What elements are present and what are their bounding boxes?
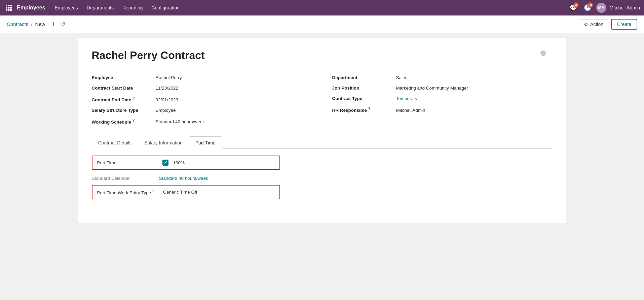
tab-part-time[interactable]: Part Time <box>189 136 222 149</box>
top-nav-menu: Employees Departments Reporting Configur… <box>50 3 566 12</box>
nav-item-employees[interactable]: Employees <box>50 3 82 12</box>
field-department-value[interactable]: Sales <box>396 75 408 80</box>
field-contract-start-label: Contract Start Date <box>92 86 156 91</box>
username-label[interactable]: Mitchell Admin <box>610 5 640 10</box>
field-contract-end: Contract End Date ? 02/01/2023 <box>92 93 312 105</box>
top-navigation: Employees Employees Departments Reportin… <box>0 0 644 15</box>
grid-menu-icon[interactable] <box>4 3 13 12</box>
field-job-position-value[interactable]: Marketing and Community Manager <box>396 86 468 91</box>
field-employee-value[interactable]: Rachel Perry <box>156 75 182 80</box>
breadcrumb-bar: Contracts / New ⬆ ↺ ⚙ Action Create <box>0 15 644 33</box>
field-salary-structure-value[interactable]: Employee <box>156 108 176 113</box>
field-working-schedule-label: Working Schedule ? <box>92 118 156 125</box>
tab-salary-information[interactable]: Salary Information <box>138 136 189 149</box>
svg-rect-5 <box>10 7 12 9</box>
fields-left-column: Employee Rachel Perry Contract Start Dat… <box>92 72 312 127</box>
svg-rect-2 <box>10 5 12 6</box>
work-entry-type-value[interactable]: Generic Time Off <box>163 190 197 195</box>
form-tabs: Contract Details Salary Information Part… <box>92 136 553 149</box>
clock-badge: 18 <box>587 2 593 8</box>
svg-rect-7 <box>8 9 10 11</box>
action-button[interactable]: ⚙ Action <box>579 19 608 29</box>
standard-calendar-value[interactable]: Standard 40 hours/week <box>159 176 208 181</box>
field-contract-type: Contract Type Temporary <box>332 93 553 104</box>
create-button[interactable]: Create <box>611 19 637 30</box>
standard-calendar-row: Standard Calendar Standard 40 hours/week <box>92 173 553 184</box>
field-contract-start-value[interactable]: 11/23/2022 <box>156 86 179 91</box>
avatar[interactable]: MA <box>596 3 606 13</box>
reset-icon[interactable]: ↺ <box>60 20 67 28</box>
form-fields-grid: Employee Rachel Perry Contract Start Dat… <box>92 72 553 127</box>
svg-rect-1 <box>8 5 10 6</box>
field-hr-responsible-label: HR Responsible ? <box>332 106 396 113</box>
help-icon-work-entry[interactable]: ? <box>152 189 154 193</box>
field-contract-type-value[interactable]: Temporary <box>396 96 418 101</box>
svg-rect-6 <box>6 9 7 11</box>
chat-icon-button[interactable]: 💬 4 <box>568 2 579 13</box>
form-card: Rachel Perry Contract Employee Rachel Pe… <box>78 38 566 223</box>
field-job-position-label: Job Position <box>332 86 396 91</box>
field-hr-responsible-value[interactable]: Mitchell Admin <box>396 108 425 113</box>
svg-rect-4 <box>8 7 10 9</box>
chat-badge: 4 <box>573 2 579 8</box>
help-icon-hr-responsible[interactable]: ? <box>368 106 371 110</box>
nav-item-configuration[interactable]: Configuration <box>148 3 184 12</box>
tab-contract-details[interactable]: Contract Details <box>92 136 138 149</box>
main-content-area: Rachel Perry Contract Employee Rachel Pe… <box>0 33 644 300</box>
gear-icon: ⚙ <box>584 22 588 27</box>
field-employee: Employee Rachel Perry <box>92 72 312 83</box>
standard-calendar-label: Standard Calendar <box>92 176 159 181</box>
field-salary-structure: Salary Structure Type Employee <box>92 105 312 115</box>
breadcrumb-actions: ⬆ ↺ <box>50 20 67 28</box>
top-nav-right: 💬 4 🕐 18 MA Mitchell Admin <box>568 2 640 13</box>
part-time-percent: 100% <box>173 160 185 165</box>
field-working-schedule: Working Schedule ? Standard 40 hours/wee… <box>92 115 312 127</box>
fields-right-column: Department Sales Job Position Marketing … <box>332 72 553 127</box>
breadcrumb-separator: / <box>31 21 32 27</box>
field-employee-label: Employee <box>92 75 156 80</box>
field-working-schedule-value[interactable]: Standard 40 hours/week <box>156 119 205 124</box>
tab-content-part-time: Part Time 100% Standard Calendar Standar… <box>92 149 553 209</box>
work-entry-type-row: Part Time Work Entry Type ? Generic Time… <box>92 185 280 199</box>
status-indicator <box>540 51 546 56</box>
help-icon-contract-end[interactable]: ? <box>132 96 135 100</box>
field-contract-end-value[interactable]: 02/01/2023 <box>156 97 179 102</box>
contract-title: Rachel Perry Contract <box>92 49 553 62</box>
svg-rect-8 <box>10 9 12 11</box>
field-department-label: Department <box>332 75 396 80</box>
field-contract-type-label: Contract Type <box>332 96 396 101</box>
field-department: Department Sales <box>332 72 553 83</box>
svg-rect-3 <box>6 7 7 9</box>
nav-item-departments[interactable]: Departments <box>83 3 118 12</box>
breadcrumb-current: New <box>35 21 45 27</box>
save-to-cloud-icon[interactable]: ⬆ <box>50 20 57 28</box>
nav-item-reporting[interactable]: Reporting <box>118 3 147 12</box>
work-entry-type-label: Part Time Work Entry Type ? <box>97 189 158 195</box>
part-time-checkbox[interactable] <box>162 160 168 166</box>
clock-icon-button[interactable]: 🕐 18 <box>582 2 593 13</box>
part-time-row: Part Time 100% <box>92 156 280 170</box>
app-brand[interactable]: Employees <box>17 5 45 11</box>
breadcrumb-parent[interactable]: Contracts <box>7 21 28 27</box>
breadcrumb-right-actions: ⚙ Action Create <box>579 19 637 30</box>
help-icon-working-schedule[interactable]: ? <box>132 118 135 122</box>
field-contract-end-label: Contract End Date ? <box>92 96 156 102</box>
field-salary-structure-label: Salary Structure Type <box>92 108 156 113</box>
field-hr-responsible: HR Responsible ? Mitchell Admin <box>332 104 553 115</box>
part-time-label: Part Time <box>97 160 158 165</box>
field-job-position: Job Position Marketing and Community Man… <box>332 83 553 93</box>
svg-rect-0 <box>6 5 7 6</box>
field-contract-start: Contract Start Date 11/23/2022 <box>92 83 312 93</box>
